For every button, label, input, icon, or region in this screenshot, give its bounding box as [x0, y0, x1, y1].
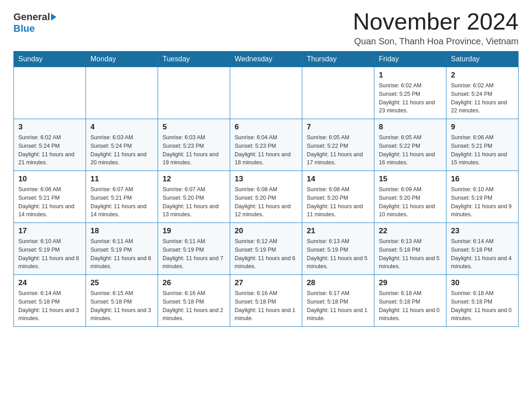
- day-number: 17: [18, 227, 81, 235]
- day-number: 7: [307, 123, 369, 132]
- calendar-cell: 3Sunrise: 6:02 AM Sunset: 5:24 PM Daylig…: [14, 119, 86, 171]
- day-info: Sunrise: 6:05 AM Sunset: 5:22 PM Dayligh…: [307, 133, 369, 167]
- calendar-cell: 26Sunrise: 6:16 AM Sunset: 5:18 PM Dayli…: [158, 275, 230, 327]
- day-info: Sunrise: 6:02 AM Sunset: 5:25 PM Dayligh…: [379, 81, 442, 115]
- day-info: Sunrise: 6:03 AM Sunset: 5:23 PM Dayligh…: [163, 133, 225, 167]
- calendar-table: SundayMondayTuesdayWednesdayThursdayFrid…: [13, 51, 519, 327]
- calendar-cell: 28Sunrise: 6:17 AM Sunset: 5:18 PM Dayli…: [302, 275, 374, 327]
- calendar-cell: 11Sunrise: 6:07 AM Sunset: 5:21 PM Dayli…: [86, 171, 158, 223]
- day-number: 6: [235, 123, 297, 132]
- day-number: 22: [379, 227, 442, 235]
- calendar-week-row: 1Sunrise: 6:02 AM Sunset: 5:25 PM Daylig…: [14, 67, 519, 119]
- calendar-cell: 21Sunrise: 6:13 AM Sunset: 5:19 PM Dayli…: [302, 223, 374, 275]
- day-info: Sunrise: 6:11 AM Sunset: 5:19 PM Dayligh…: [90, 237, 153, 271]
- calendar-cell: 29Sunrise: 6:18 AM Sunset: 5:18 PM Dayli…: [374, 275, 446, 327]
- title-section: November 2024 Quan Son, Thanh Hoa Provin…: [353, 9, 519, 47]
- calendar-cell: 18Sunrise: 6:11 AM Sunset: 5:19 PM Dayli…: [86, 223, 158, 275]
- day-info: Sunrise: 6:10 AM Sunset: 5:19 PM Dayligh…: [451, 185, 514, 219]
- day-info: Sunrise: 6:06 AM Sunset: 5:21 PM Dayligh…: [451, 133, 514, 167]
- calendar-week-row: 10Sunrise: 6:06 AM Sunset: 5:21 PM Dayli…: [14, 171, 519, 223]
- calendar-cell: 19Sunrise: 6:11 AM Sunset: 5:19 PM Dayli…: [158, 223, 230, 275]
- calendar-cell: [14, 67, 86, 119]
- calendar-cell: 2Sunrise: 6:02 AM Sunset: 5:24 PM Daylig…: [446, 67, 519, 119]
- calendar-cell: [302, 67, 374, 119]
- day-of-week-header: Saturday: [446, 51, 519, 67]
- day-number: 8: [379, 123, 442, 132]
- calendar-cell: 6Sunrise: 6:04 AM Sunset: 5:23 PM Daylig…: [230, 119, 302, 171]
- day-info: Sunrise: 6:13 AM Sunset: 5:19 PM Dayligh…: [307, 237, 369, 271]
- day-number: 13: [235, 175, 297, 184]
- day-info: Sunrise: 6:14 AM Sunset: 5:18 PM Dayligh…: [18, 289, 81, 323]
- logo-triangle-icon: [51, 13, 56, 21]
- day-info: Sunrise: 6:08 AM Sunset: 5:20 PM Dayligh…: [235, 185, 297, 219]
- month-title: November 2024: [353, 9, 519, 34]
- day-number: 3: [18, 123, 81, 132]
- day-info: Sunrise: 6:08 AM Sunset: 5:20 PM Dayligh…: [307, 185, 369, 219]
- calendar-cell: 13Sunrise: 6:08 AM Sunset: 5:20 PM Dayli…: [230, 171, 302, 223]
- day-info: Sunrise: 6:05 AM Sunset: 5:22 PM Dayligh…: [379, 133, 442, 167]
- calendar-cell: 5Sunrise: 6:03 AM Sunset: 5:23 PM Daylig…: [158, 119, 230, 171]
- calendar-cell: 9Sunrise: 6:06 AM Sunset: 5:21 PM Daylig…: [446, 119, 519, 171]
- day-info: Sunrise: 6:03 AM Sunset: 5:24 PM Dayligh…: [90, 133, 153, 167]
- day-number: 18: [90, 227, 153, 235]
- calendar-cell: 8Sunrise: 6:05 AM Sunset: 5:22 PM Daylig…: [374, 119, 446, 171]
- calendar-week-row: 17Sunrise: 6:10 AM Sunset: 5:19 PM Dayli…: [14, 223, 519, 275]
- day-number: 9: [451, 123, 514, 132]
- location-subtitle: Quan Son, Thanh Hoa Province, Vietnam: [353, 36, 519, 47]
- day-info: Sunrise: 6:07 AM Sunset: 5:21 PM Dayligh…: [90, 185, 153, 219]
- page-header: General Blue November 2024 Quan Son, Tha…: [13, 9, 519, 47]
- calendar-cell: 4Sunrise: 6:03 AM Sunset: 5:24 PM Daylig…: [86, 119, 158, 171]
- calendar-header-row: SundayMondayTuesdayWednesdayThursdayFrid…: [14, 51, 519, 67]
- logo-blue-text: Blue: [13, 23, 35, 34]
- day-number: 25: [90, 278, 153, 287]
- calendar-cell: 1Sunrise: 6:02 AM Sunset: 5:25 PM Daylig…: [374, 67, 446, 119]
- day-info: Sunrise: 6:13 AM Sunset: 5:18 PM Dayligh…: [379, 237, 442, 271]
- logo-general-text: General: [13, 11, 50, 23]
- day-number: 27: [235, 278, 297, 287]
- calendar-cell: 10Sunrise: 6:06 AM Sunset: 5:21 PM Dayli…: [14, 171, 86, 223]
- day-number: 12: [163, 175, 225, 184]
- day-number: 26: [163, 278, 225, 287]
- day-number: 4: [90, 123, 153, 132]
- calendar-cell: 24Sunrise: 6:14 AM Sunset: 5:18 PM Dayli…: [14, 275, 86, 327]
- day-number: 28: [307, 278, 369, 287]
- calendar-cell: 30Sunrise: 6:18 AM Sunset: 5:18 PM Dayli…: [446, 275, 519, 327]
- calendar-cell: 27Sunrise: 6:16 AM Sunset: 5:18 PM Dayli…: [230, 275, 302, 327]
- day-info: Sunrise: 6:15 AM Sunset: 5:18 PM Dayligh…: [90, 289, 153, 323]
- day-of-week-header: Friday: [374, 51, 446, 67]
- day-info: Sunrise: 6:18 AM Sunset: 5:18 PM Dayligh…: [451, 289, 514, 323]
- calendar-cell: 14Sunrise: 6:08 AM Sunset: 5:20 PM Dayli…: [302, 171, 374, 223]
- day-number: 5: [163, 123, 225, 132]
- day-number: 23: [451, 227, 514, 235]
- calendar-cell: [86, 67, 158, 119]
- day-of-week-header: Thursday: [302, 51, 374, 67]
- day-info: Sunrise: 6:10 AM Sunset: 5:19 PM Dayligh…: [18, 237, 81, 271]
- calendar-cell: 25Sunrise: 6:15 AM Sunset: 5:18 PM Dayli…: [86, 275, 158, 327]
- day-info: Sunrise: 6:18 AM Sunset: 5:18 PM Dayligh…: [379, 289, 442, 323]
- calendar-week-row: 24Sunrise: 6:14 AM Sunset: 5:18 PM Dayli…: [14, 275, 519, 327]
- day-info: Sunrise: 6:16 AM Sunset: 5:18 PM Dayligh…: [235, 289, 297, 323]
- day-info: Sunrise: 6:14 AM Sunset: 5:18 PM Dayligh…: [451, 237, 514, 271]
- day-info: Sunrise: 6:16 AM Sunset: 5:18 PM Dayligh…: [163, 289, 225, 323]
- logo: General Blue: [13, 9, 57, 34]
- calendar-cell: [158, 67, 230, 119]
- day-info: Sunrise: 6:07 AM Sunset: 5:20 PM Dayligh…: [163, 185, 225, 219]
- day-info: Sunrise: 6:06 AM Sunset: 5:21 PM Dayligh…: [18, 185, 81, 219]
- day-info: Sunrise: 6:12 AM Sunset: 5:19 PM Dayligh…: [235, 237, 297, 271]
- day-number: 21: [307, 227, 369, 235]
- day-number: 30: [451, 278, 514, 287]
- day-of-week-header: Monday: [86, 51, 158, 67]
- calendar-cell: 17Sunrise: 6:10 AM Sunset: 5:19 PM Dayli…: [14, 223, 86, 275]
- day-number: 11: [90, 175, 153, 184]
- day-number: 24: [18, 278, 81, 287]
- day-number: 15: [379, 175, 442, 184]
- day-number: 20: [235, 227, 297, 235]
- day-number: 16: [451, 175, 514, 184]
- day-info: Sunrise: 6:02 AM Sunset: 5:24 PM Dayligh…: [18, 133, 81, 167]
- calendar-cell: 23Sunrise: 6:14 AM Sunset: 5:18 PM Dayli…: [446, 223, 519, 275]
- calendar-cell: 7Sunrise: 6:05 AM Sunset: 5:22 PM Daylig…: [302, 119, 374, 171]
- calendar-cell: 16Sunrise: 6:10 AM Sunset: 5:19 PM Dayli…: [446, 171, 519, 223]
- day-number: 2: [451, 71, 514, 80]
- day-number: 14: [307, 175, 369, 184]
- day-of-week-header: Sunday: [14, 51, 86, 67]
